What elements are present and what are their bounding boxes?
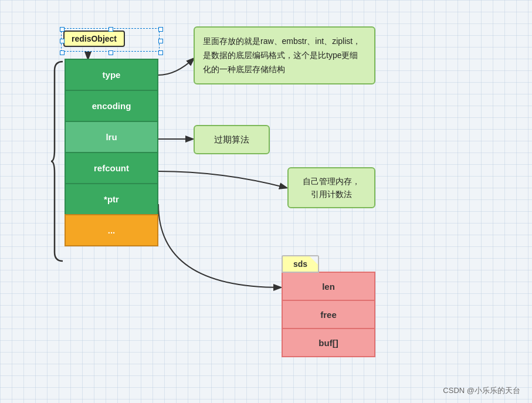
sds-label-len: len xyxy=(322,282,335,292)
handle-tc xyxy=(109,27,113,32)
row-label-refcount: refcount xyxy=(94,163,129,173)
row-label-etc: ... xyxy=(108,225,116,235)
sds-row-buf: buf[] xyxy=(282,328,375,357)
redis-label-text: redisObject xyxy=(72,34,117,43)
left-brace xyxy=(50,59,66,264)
struct-box: type encoding lru refcount *ptr ... xyxy=(65,59,158,246)
footer: CSDN @小乐乐的天台 xyxy=(443,385,520,396)
memory-box: 自己管理内存，引用计数法 xyxy=(287,167,375,208)
handle-br xyxy=(158,50,163,55)
struct-row-encoding: encoding xyxy=(65,90,158,122)
handle-tl xyxy=(60,27,65,32)
handle-bc xyxy=(109,50,113,55)
handle-tr xyxy=(158,27,163,32)
row-label-encoding: encoding xyxy=(92,101,131,111)
annotation-text: 里面存放的就是raw、embstr、int、ziplist，是数据的底层编码格式… xyxy=(203,36,361,74)
memory-label: 自己管理内存，引用计数法 xyxy=(303,175,360,201)
handle-mr xyxy=(158,39,163,43)
annotation-box: 里面存放的就是raw、embstr、int、ziplist，是数据的底层编码格式… xyxy=(194,26,375,84)
sds-title: sds xyxy=(293,259,307,269)
struct-row-ptr: *ptr xyxy=(65,183,158,215)
sds-label-buf: buf[] xyxy=(318,338,338,348)
expire-label: 过期算法 xyxy=(214,134,249,145)
row-label-ptr: *ptr xyxy=(104,194,119,204)
footer-text: CSDN @小乐乐的天台 xyxy=(443,386,520,395)
row-label-lru: lru xyxy=(106,132,117,142)
expire-box: 过期算法 xyxy=(194,125,270,154)
struct-row-refcount: refcount xyxy=(65,152,158,184)
handle-bl xyxy=(60,50,65,55)
sds-row-len: len xyxy=(282,272,375,301)
handle-ml xyxy=(60,39,65,43)
struct-row-type: type xyxy=(65,59,158,91)
struct-row-etc: ... xyxy=(65,214,158,246)
sds-label-free: free xyxy=(320,310,337,320)
sds-row-free: free xyxy=(282,300,375,329)
redis-object-label: redisObject xyxy=(63,31,125,47)
sds-container: sds len free buf[] xyxy=(282,255,375,357)
struct-row-lru: lru xyxy=(65,121,158,153)
row-label-type: type xyxy=(103,70,121,80)
